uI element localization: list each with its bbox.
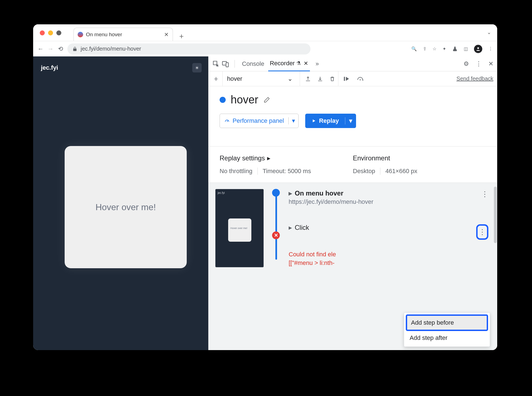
recording-status-dot-icon [220, 97, 226, 103]
flask-icon: ⚗ [296, 60, 301, 66]
hover-card[interactable]: Hover over me! [65, 146, 187, 268]
bookmark-icon[interactable]: ☆ [433, 46, 436, 51]
step-click[interactable]: ▸ Click ⋮ [284, 223, 491, 238]
svg-rect-2 [226, 62, 228, 67]
thumb-card-label: Hover over me! [230, 227, 247, 230]
steps-area: jec.fyi Hover over me! ✕ ▸ On menu hover [209, 183, 497, 350]
tabs-menu-icon[interactable]: ⌄ [487, 29, 491, 35]
tab-console[interactable]: Console [240, 60, 266, 67]
recording-header: hover Performance panel ▾ Rep [209, 86, 497, 135]
side-panel-icon[interactable]: ◫ [464, 46, 468, 51]
tab-recorder[interactable]: Recorder ⚗ ✕ [268, 56, 310, 71]
tab-strip: On menu hover ✕ ＋ ⌄ [33, 24, 497, 41]
new-tab-button[interactable]: ＋ [178, 31, 185, 41]
maximize-window-icon[interactable] [56, 30, 61, 35]
forward-icon: → [48, 45, 54, 53]
play-icon [311, 118, 316, 123]
browser-menu-icon[interactable]: ⋮ [488, 46, 493, 51]
share-icon[interactable]: ⇧ [423, 46, 426, 51]
timeline-line [275, 192, 277, 260]
timeout-value: Timeout: 5000 ms [257, 168, 311, 175]
edit-name-icon[interactable] [263, 96, 270, 103]
thumb-brand: jec.fyi [218, 191, 225, 194]
recording-selector-value: hover [227, 75, 242, 82]
recording-selector[interactable]: hover ⌄ [222, 71, 297, 86]
theme-toggle-button[interactable]: ☀ [192, 63, 202, 72]
step-navigate[interactable]: ▸ On menu hover https://jec.fyi/demo/men… [284, 189, 491, 212]
performance-panel-label: Performance panel [233, 117, 284, 124]
more-tabs-icon[interactable]: » [315, 60, 319, 67]
svg-point-0 [477, 47, 479, 49]
environment-label: Environment [353, 154, 390, 162]
error-line: [["#menu > li:nth- [289, 259, 335, 266]
environment-heading: Environment [353, 154, 486, 162]
export-icon[interactable] [305, 76, 311, 82]
replay-button[interactable]: Replay ▾ [305, 114, 356, 128]
page-brand: jec.fyi [41, 64, 201, 71]
step-url: https://jec.fyi/demo/menu-hover [289, 198, 491, 205]
device-toolbar-icon[interactable] [222, 60, 229, 67]
recorder-toolbar: ＋ hover ⌄ Send feedback [209, 71, 497, 86]
throttling-value: No throttling [220, 168, 252, 175]
menu-add-step-after[interactable]: Add step after [406, 331, 488, 345]
back-icon[interactable]: ← [38, 45, 44, 53]
perf-dropdown-icon[interactable]: ▾ [288, 117, 298, 124]
devtools-tabs: Console Recorder ⚗ ✕ » ⚙ ⋮ ✕ [209, 56, 497, 71]
slow-replay-icon[interactable] [357, 76, 364, 82]
chevron-down-icon: ⌄ [288, 75, 293, 82]
labs-icon[interactable] [452, 46, 458, 52]
gauge-icon [224, 118, 230, 124]
new-recording-icon[interactable]: ＋ [212, 74, 220, 84]
page-content: jec.fyi ☀ Hover over me! [33, 56, 208, 350]
lock-icon [72, 46, 77, 51]
close-tab-icon[interactable]: ✕ [164, 31, 169, 38]
send-feedback-link[interactable]: Send feedback [457, 75, 493, 82]
close-devtools-icon[interactable]: ✕ [488, 60, 493, 67]
replay-label: Replay [319, 117, 339, 124]
settings-gear-icon[interactable]: ⚙ [463, 60, 469, 67]
caret-right-icon: ▸ [267, 154, 270, 162]
scrollbar[interactable] [494, 187, 497, 243]
device-value: Desktop [353, 168, 375, 175]
performance-panel-button[interactable]: Performance panel ▾ [220, 114, 299, 128]
devtools-panel: Console Recorder ⚗ ✕ » ⚙ ⋮ ✕ ＋ hover ⌄ [208, 56, 497, 350]
viewport-value: 461×660 px [380, 168, 417, 175]
step-title: Click [295, 224, 309, 231]
devtools-menu-icon[interactable]: ⋮ [476, 60, 482, 67]
replay-settings-heading[interactable]: Replay settings ▸ [220, 154, 353, 162]
extensions-icon[interactable]: ✦ [443, 46, 446, 51]
browser-toolbar: ← → ⟲ jec.fyi/demo/menu-hover 🔍 ⇧ ☆ ✦ ◫ … [33, 41, 497, 56]
step-menu-icon[interactable]: ⋮ [476, 224, 488, 240]
step-over-icon[interactable] [343, 76, 351, 82]
step-menu-icon[interactable]: ⋮ [481, 190, 488, 199]
replay-dropdown-icon[interactable]: ▾ [345, 117, 356, 124]
step-thumbnail[interactable]: jec.fyi Hover over me! [215, 189, 264, 267]
browser-tab[interactable]: On menu hover ✕ [73, 28, 173, 41]
delete-icon[interactable] [329, 76, 335, 82]
inspect-element-icon[interactable] [212, 60, 220, 67]
step-title: On menu hover [295, 189, 343, 197]
step-error: Could not find ele [["#menu > li:nth- [289, 250, 491, 267]
address-bar[interactable]: jec.fyi/demo/menu-hover [67, 43, 310, 54]
step-context-menu: Add step before Add step after [404, 312, 490, 347]
svg-point-4 [360, 79, 361, 80]
profile-avatar-icon[interactable] [474, 45, 482, 53]
content-split: jec.fyi ☀ Hover over me! Console Recorde… [33, 56, 497, 350]
caret-right-icon: ▸ [289, 224, 292, 231]
import-icon[interactable] [317, 76, 323, 82]
step-dot-error-icon: ✕ [272, 231, 280, 239]
minimize-window-icon[interactable] [48, 30, 53, 35]
zoom-icon[interactable]: 🔍 [411, 46, 417, 51]
recording-settings: Replay settings ▸ No throttling Timeout:… [209, 146, 497, 183]
close-window-icon[interactable] [40, 30, 45, 35]
browser-window: On menu hover ✕ ＋ ⌄ ← → ⟲ jec.fyi/demo/m… [33, 24, 497, 350]
url-text: jec.fyi/demo/menu-hover [81, 46, 141, 52]
tab-recorder-label: Recorder [270, 60, 295, 67]
error-line: Could not find ele [289, 251, 336, 258]
separator [235, 60, 235, 68]
favicon-icon [78, 32, 83, 37]
close-panel-icon[interactable]: ✕ [304, 60, 308, 67]
window-controls [40, 30, 61, 35]
reload-icon[interactable]: ⟲ [57, 45, 64, 53]
menu-add-step-before[interactable]: Add step before [406, 314, 488, 331]
